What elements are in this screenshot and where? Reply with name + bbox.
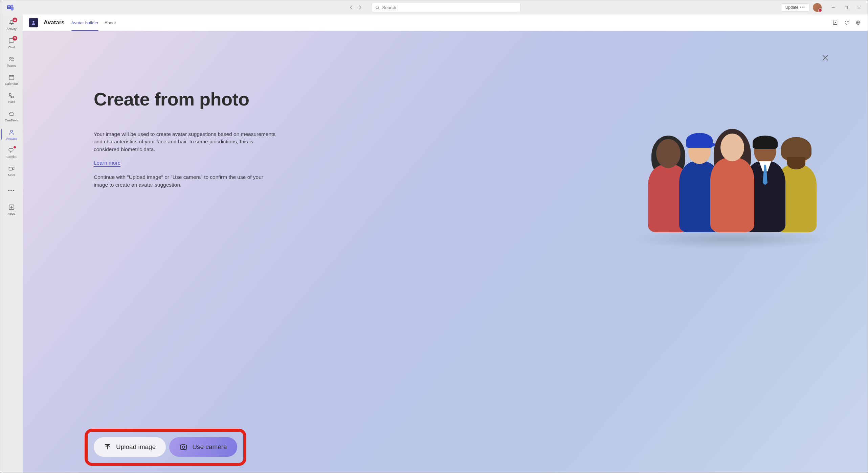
rail-item-calls[interactable]: Calls bbox=[1, 89, 22, 107]
more-icon: ••• bbox=[8, 187, 15, 194]
rail-label: OneDrive bbox=[5, 118, 18, 122]
svg-line-4 bbox=[378, 8, 379, 9]
upload-image-button[interactable]: Upload image bbox=[94, 437, 166, 457]
rail-label: Teams bbox=[7, 64, 16, 67]
search-input[interactable] bbox=[382, 5, 517, 10]
more-icon: ••• bbox=[800, 5, 805, 10]
people-icon bbox=[8, 55, 15, 63]
hero-paragraph-1: Your image will be used to create avatar… bbox=[94, 131, 276, 153]
cloud-icon bbox=[8, 110, 15, 118]
nav-forward-button[interactable] bbox=[357, 4, 363, 11]
rail-item-onedrive[interactable]: OneDrive bbox=[1, 107, 22, 125]
svg-point-7 bbox=[10, 57, 12, 59]
hero-title: Create from photo bbox=[94, 89, 276, 110]
tab-about[interactable]: About bbox=[105, 15, 116, 31]
copilot-notification-dot bbox=[14, 146, 16, 148]
upload-icon bbox=[104, 443, 111, 451]
svg-point-13 bbox=[10, 130, 13, 132]
upload-label: Upload image bbox=[116, 443, 156, 451]
update-label: Update bbox=[785, 5, 799, 10]
svg-rect-6 bbox=[845, 6, 847, 9]
rail-item-meet[interactable]: Meet bbox=[1, 162, 22, 180]
rail-label: Activity bbox=[6, 27, 17, 31]
chat-icon: 3 bbox=[8, 37, 15, 45]
window-maximize-button[interactable] bbox=[840, 3, 852, 12]
rail-label: Calendar bbox=[5, 82, 18, 86]
apps-icon bbox=[8, 204, 15, 211]
rail-item-calendar[interactable]: Calendar bbox=[1, 71, 22, 88]
phone-icon bbox=[8, 92, 15, 99]
nav-back-button[interactable] bbox=[348, 4, 355, 11]
svg-point-18 bbox=[33, 21, 35, 23]
tab-avatar-builder[interactable]: Avatar builder bbox=[71, 15, 98, 31]
app-rail: 4 Activity 3 Chat Teams bbox=[0, 15, 23, 473]
rail-item-avatars[interactable]: Avatars bbox=[1, 125, 22, 143]
rail-item-teams[interactable]: Teams bbox=[1, 52, 22, 70]
popout-button[interactable] bbox=[832, 19, 839, 26]
action-buttons-highlight: Upload image Use camera bbox=[85, 429, 246, 466]
window-minimize-button[interactable] bbox=[827, 3, 839, 12]
camera-label: Use camera bbox=[192, 443, 227, 451]
search-icon bbox=[375, 5, 380, 10]
app-title: Avatars bbox=[44, 19, 65, 26]
svg-point-2 bbox=[11, 5, 13, 7]
rail-label: Avatars bbox=[6, 137, 17, 140]
activity-badge: 4 bbox=[13, 18, 17, 22]
avatar-icon bbox=[8, 128, 15, 136]
svg-point-8 bbox=[12, 57, 14, 59]
avatar-group-illustration bbox=[627, 97, 837, 232]
avatar-figure-3 bbox=[710, 134, 754, 232]
use-camera-button[interactable]: Use camera bbox=[169, 437, 237, 457]
update-button[interactable]: Update ••• bbox=[781, 3, 809, 11]
rail-label: Meet bbox=[8, 173, 15, 177]
svg-rect-9 bbox=[9, 75, 14, 80]
rail-label: Apps bbox=[8, 212, 15, 215]
app-subheader: Avatars Avatar builder About bbox=[23, 15, 868, 31]
learn-more-link[interactable]: Learn more bbox=[94, 160, 120, 167]
svg-point-23 bbox=[182, 446, 185, 448]
rail-label: Calls bbox=[8, 100, 15, 104]
rail-label: Chat bbox=[8, 45, 15, 49]
rail-item-chat[interactable]: 3 Chat bbox=[1, 34, 22, 52]
calendar-icon bbox=[8, 74, 15, 81]
close-button[interactable] bbox=[820, 52, 831, 64]
avatars-app-icon bbox=[29, 18, 38, 27]
chat-badge: 3 bbox=[13, 36, 17, 41]
globe-button[interactable] bbox=[855, 19, 862, 26]
rail-item-more[interactable]: ••• bbox=[1, 182, 22, 199]
bell-icon: 4 bbox=[8, 19, 15, 26]
svg-rect-14 bbox=[9, 167, 13, 170]
titlebar: T Update ••• bbox=[0, 0, 868, 15]
rail-item-copilot[interactable]: Copilot bbox=[1, 144, 22, 161]
rail-item-apps[interactable]: Apps bbox=[1, 200, 22, 218]
teams-logo-icon: T bbox=[6, 3, 15, 11]
hero-paragraph-2: Continue with "Upload image" or "Use cam… bbox=[94, 173, 276, 189]
user-avatar[interactable] bbox=[813, 3, 822, 12]
hero-panel: Create from photo Your image will be use… bbox=[23, 31, 868, 473]
rail-label: Copilot bbox=[6, 155, 17, 159]
reload-button[interactable] bbox=[843, 19, 850, 26]
camera-icon bbox=[179, 443, 187, 451]
search-box[interactable] bbox=[372, 3, 520, 12]
rail-item-activity[interactable]: 4 Activity bbox=[1, 16, 22, 33]
copilot-icon bbox=[8, 147, 15, 154]
window-close-button[interactable] bbox=[853, 3, 865, 12]
svg-text:T: T bbox=[8, 6, 10, 9]
video-icon bbox=[8, 165, 15, 172]
